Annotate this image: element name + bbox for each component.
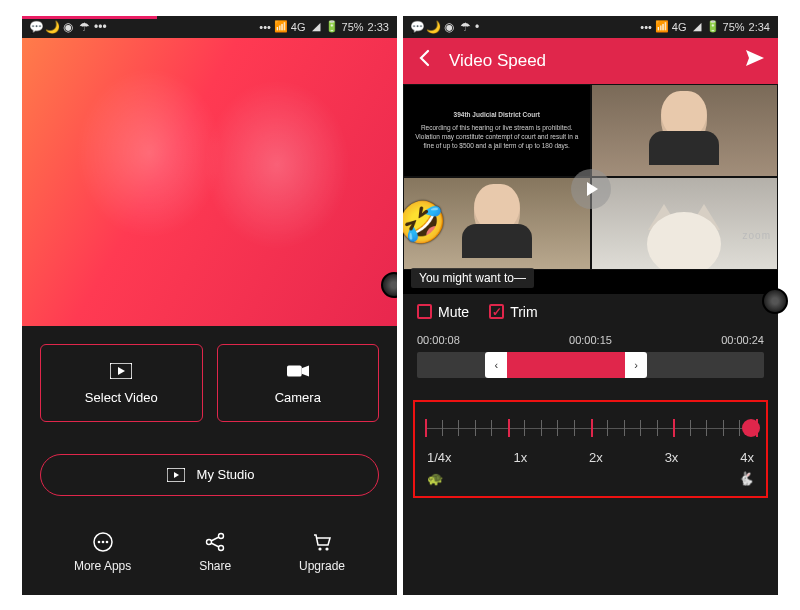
ruler-tick xyxy=(475,420,476,436)
app-bar: Video Speed xyxy=(403,38,778,84)
time-start: 00:00:08 xyxy=(417,334,460,346)
moon-icon: 🌙 xyxy=(427,21,439,33)
trim-handle-right[interactable]: › xyxy=(625,352,647,378)
ruler-tick xyxy=(723,420,724,436)
more-apps-icon xyxy=(92,531,114,553)
ruler-tick xyxy=(425,419,427,437)
chat-icon: 💬 xyxy=(411,21,423,33)
ruler-tick xyxy=(541,420,542,436)
ruler-tick xyxy=(574,420,575,436)
svg-marker-18 xyxy=(587,182,598,196)
clock: 2:33 xyxy=(368,21,389,33)
mute-label: Mute xyxy=(438,304,469,320)
ruler-tick xyxy=(491,420,492,436)
video-preview[interactable]: 394th Judicial District Court Recording … xyxy=(403,84,778,294)
trim-slider[interactable]: ‹ › xyxy=(417,352,764,378)
speed-option[interactable]: 2x xyxy=(589,450,603,465)
svg-point-9 xyxy=(105,540,108,543)
video-speed-screen: 💬 🌙 ◉ ☂ • ••• 📶 4G ◢ 🔋 75% 2:34 Video Sp… xyxy=(403,16,778,595)
ruler-tick xyxy=(442,420,443,436)
ruler-tick xyxy=(690,420,691,436)
speed-option[interactable]: 1/4x xyxy=(427,450,452,465)
share-icon xyxy=(204,531,226,553)
signal-icon: ◢ xyxy=(310,21,322,33)
svg-marker-1 xyxy=(118,367,125,375)
camera-status-icon: ◉ xyxy=(443,21,455,33)
trim-times: 00:00:08 00:00:15 00:00:24 xyxy=(417,334,764,346)
svg-marker-3 xyxy=(301,366,308,377)
ruler-tick xyxy=(673,419,675,437)
my-studio-button[interactable]: My Studio xyxy=(40,454,379,496)
laughing-emoji-overlay: 🤣 xyxy=(403,202,447,242)
svg-point-12 xyxy=(219,545,224,550)
camera-status-icon: ◉ xyxy=(62,21,74,33)
hero-image xyxy=(22,38,397,326)
svg-line-14 xyxy=(211,543,219,547)
moon-icon: 🌙 xyxy=(46,21,58,33)
umbrella-icon: ☂ xyxy=(78,21,90,33)
network-label: 4G xyxy=(291,21,306,33)
speed-option[interactable]: 3x xyxy=(665,450,679,465)
status-dots: ••• xyxy=(94,20,107,34)
nav-share-label: Share xyxy=(199,559,231,573)
status-dots: • xyxy=(475,20,479,34)
turtle-icon: 🐢 xyxy=(427,471,443,486)
camera-button[interactable]: Camera xyxy=(217,344,380,422)
nav-upgrade[interactable]: Upgrade xyxy=(299,531,345,573)
battery-pct: 75% xyxy=(723,21,745,33)
ruler-tick xyxy=(657,420,658,436)
wifi-icon: 📶 xyxy=(656,21,668,33)
svg-marker-5 xyxy=(174,472,179,478)
speed-option[interactable]: 4x xyxy=(740,450,754,465)
preview-cell-notice: 394th Judicial District Court Recording … xyxy=(403,84,591,177)
nav-share[interactable]: Share xyxy=(199,531,231,573)
svg-point-8 xyxy=(101,540,104,543)
ruler-tick xyxy=(524,420,525,436)
ruler-tick xyxy=(591,419,593,437)
court-body: Recording of this hearing or live stream… xyxy=(412,123,582,150)
video-caption: You might want to— xyxy=(411,268,534,288)
ruler-tick xyxy=(508,419,510,437)
battery-icon: 🔋 xyxy=(707,21,719,33)
play-button[interactable] xyxy=(571,169,611,209)
studio-icon xyxy=(165,464,187,486)
ruler-tick xyxy=(624,420,625,436)
select-video-button[interactable]: Select Video xyxy=(40,344,203,422)
camera-label: Camera xyxy=(275,390,321,405)
status-dots-right: ••• xyxy=(640,21,652,33)
battery-icon: 🔋 xyxy=(326,21,338,33)
svg-point-15 xyxy=(318,547,321,550)
time-end: 00:00:24 xyxy=(721,334,764,346)
speed-ruler[interactable] xyxy=(425,416,756,440)
preview-cell-participant-1 xyxy=(591,84,779,177)
nav-more-apps[interactable]: More Apps xyxy=(74,531,131,573)
shutter-icon[interactable] xyxy=(381,272,397,298)
shutter-icon[interactable] xyxy=(762,288,788,314)
mute-checkbox[interactable]: Mute xyxy=(417,304,469,320)
status-bar: 💬 🌙 ◉ ☂ • ••• 📶 4G ◢ 🔋 75% 2:34 xyxy=(403,16,778,38)
ruler-tick xyxy=(557,420,558,436)
my-studio-label: My Studio xyxy=(197,467,255,482)
ruler-tick xyxy=(756,419,758,437)
back-button[interactable] xyxy=(415,48,435,73)
home-screen: 💬 🌙 ◉ ☂ ••• ••• 📶 4G ◢ 🔋 75% 2:33 xyxy=(22,16,397,595)
trim-checkbox[interactable]: Trim xyxy=(489,304,537,320)
camcorder-icon xyxy=(287,360,309,382)
svg-marker-17 xyxy=(746,50,764,66)
bottom-nav: More Apps Share Upgrade xyxy=(22,517,397,595)
zoom-watermark: zoom xyxy=(743,230,771,241)
battery-pct: 75% xyxy=(342,21,364,33)
time-mid: 00:00:15 xyxy=(569,334,612,346)
cart-icon xyxy=(311,531,333,553)
wifi-icon: 📶 xyxy=(275,21,287,33)
checkbox-box xyxy=(417,304,432,319)
status-dots-right: ••• xyxy=(259,21,271,33)
trim-label: Trim xyxy=(510,304,537,320)
screen-title: Video Speed xyxy=(449,51,546,71)
trim-handle-left[interactable]: ‹ xyxy=(485,352,507,378)
speed-option[interactable]: 1x xyxy=(513,450,527,465)
checkbox-box xyxy=(489,304,504,319)
svg-line-13 xyxy=(211,537,219,541)
send-button[interactable] xyxy=(744,47,766,74)
svg-point-7 xyxy=(97,540,100,543)
